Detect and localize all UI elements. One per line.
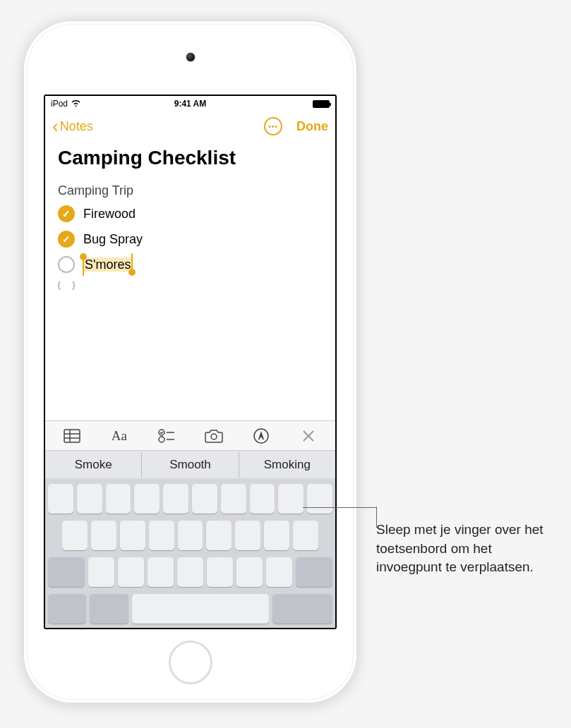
format-toolbar: Aa xyxy=(45,420,335,450)
key[interactable] xyxy=(206,521,232,550)
suggestion[interactable]: Smoking xyxy=(239,452,335,478)
home-button[interactable] xyxy=(169,641,212,684)
status-left: iPod xyxy=(51,99,81,109)
keyboard[interactable] xyxy=(45,478,335,628)
checkbox-unchecked-icon[interactable] xyxy=(58,256,75,273)
key[interactable] xyxy=(163,484,188,514)
key[interactable] xyxy=(106,484,131,514)
selection-handle-end[interactable] xyxy=(128,269,136,276)
markup-button[interactable] xyxy=(238,421,285,450)
checklist-item[interactable]: Firewood xyxy=(58,205,323,222)
callout-line xyxy=(303,507,376,508)
key[interactable] xyxy=(149,521,174,550)
back-button[interactable]: ‹ Notes xyxy=(52,117,93,135)
key[interactable] xyxy=(207,557,233,587)
front-camera xyxy=(186,52,196,62)
key[interactable] xyxy=(250,484,275,514)
more-icon[interactable]: ••• xyxy=(264,117,282,135)
checkbox-checked-icon[interactable] xyxy=(58,205,75,222)
screen: iPod 9:41 AM ‹ Notes ••• Done xyxy=(44,95,337,629)
delete-key[interactable] xyxy=(296,557,332,587)
key[interactable] xyxy=(177,557,203,587)
device-label: iPod xyxy=(51,99,68,109)
section-header: Camping Trip xyxy=(58,183,323,198)
selected-text[interactable]: S'mores xyxy=(83,257,132,272)
svg-point-8 xyxy=(211,434,217,439)
key[interactable] xyxy=(236,557,263,587)
status-bar: iPod 9:41 AM xyxy=(45,96,335,111)
checkbox-checked-icon[interactable] xyxy=(58,231,75,248)
checklist-button[interactable] xyxy=(143,421,190,450)
keyboard-area: Aa Smoke Smooth xyxy=(45,420,335,628)
return-key[interactable] xyxy=(272,594,332,624)
key-row xyxy=(48,594,332,624)
key[interactable] xyxy=(235,521,260,550)
emoji-key[interactable] xyxy=(90,594,128,624)
checklist-item[interactable]: S'mores xyxy=(58,256,323,273)
svg-point-6 xyxy=(159,437,164,442)
key[interactable] xyxy=(266,557,292,587)
key[interactable] xyxy=(77,484,102,514)
text-format-button[interactable]: Aa xyxy=(95,421,143,450)
callout-text: Sleep met je vinger over het toetsenbord… xyxy=(376,521,560,577)
numbers-key[interactable] xyxy=(48,594,86,624)
space-key[interactable] xyxy=(132,594,269,624)
ipod-device-frame: iPod 9:41 AM ‹ Notes ••• Done xyxy=(23,20,358,704)
checklist-item[interactable] xyxy=(58,281,323,290)
suggestion[interactable]: Smooth xyxy=(142,452,239,478)
key[interactable] xyxy=(134,484,160,514)
key-row xyxy=(48,484,332,514)
svg-rect-0 xyxy=(64,430,80,442)
key[interactable] xyxy=(88,557,114,587)
chevron-left-icon: ‹ xyxy=(52,117,59,135)
back-label: Notes xyxy=(60,119,93,134)
note-content[interactable]: Camping Checklist Camping Trip Firewood … xyxy=(45,141,335,296)
key[interactable] xyxy=(264,521,289,550)
suggestion[interactable]: Smoke xyxy=(45,452,142,478)
done-button[interactable]: Done xyxy=(296,119,328,134)
key[interactable] xyxy=(91,521,116,550)
key[interactable] xyxy=(178,521,203,550)
note-title: Camping Checklist xyxy=(58,147,323,169)
nav-right: ••• Done xyxy=(264,117,328,135)
key[interactable] xyxy=(221,484,246,514)
close-toolbar-button[interactable] xyxy=(285,421,332,450)
checklist-label: Firewood xyxy=(83,207,136,222)
key[interactable] xyxy=(192,484,217,514)
checklist-label: S'mores xyxy=(83,257,132,272)
nav-bar: ‹ Notes ••• Done xyxy=(45,111,335,141)
table-button[interactable] xyxy=(48,421,95,450)
key[interactable] xyxy=(62,521,88,550)
checklist-label: Bug Spray xyxy=(83,232,143,247)
checkbox-unchecked-icon[interactable] xyxy=(58,281,75,290)
suggestions-bar: Smoke Smooth Smoking xyxy=(45,450,335,478)
status-time: 9:41 AM xyxy=(174,99,207,109)
battery-icon xyxy=(313,100,330,108)
selection-handle-start[interactable] xyxy=(80,253,87,260)
key[interactable] xyxy=(118,557,144,587)
key[interactable] xyxy=(120,521,145,550)
key[interactable] xyxy=(48,484,73,514)
wifi-icon xyxy=(71,99,81,109)
device-inner: iPod 9:41 AM ‹ Notes ••• Done xyxy=(27,24,354,700)
key-row xyxy=(48,557,332,587)
key[interactable] xyxy=(307,484,332,514)
checklist-item[interactable]: Bug Spray xyxy=(58,231,323,248)
key[interactable] xyxy=(293,521,318,550)
key[interactable] xyxy=(148,557,174,587)
key[interactable] xyxy=(278,484,303,514)
camera-button[interactable] xyxy=(191,421,238,450)
status-right xyxy=(313,100,330,108)
key-row xyxy=(48,521,332,550)
shift-key[interactable] xyxy=(48,557,85,587)
